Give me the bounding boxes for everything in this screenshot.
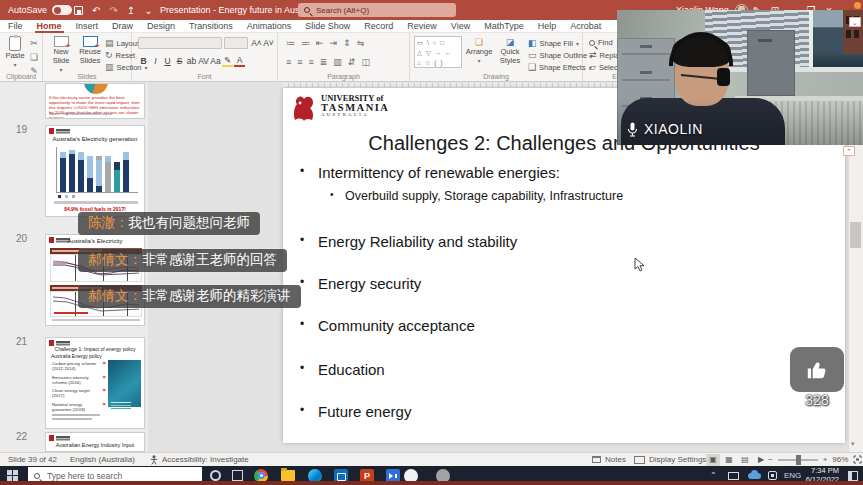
notes-button[interactable]: Notes <box>592 453 626 466</box>
columns-icon[interactable]: ▥ <box>333 57 342 67</box>
tab-insert[interactable]: Insert <box>76 21 99 31</box>
smartart-icon[interactable]: ◫ <box>361 57 370 67</box>
strikethrough-button[interactable]: S <box>174 56 185 66</box>
new-slide-icon <box>54 36 69 47</box>
font-name-box[interactable] <box>138 37 222 49</box>
align-left-icon[interactable]: ≡ <box>286 57 291 67</box>
collapse-chevron-icon[interactable]: ⌄ <box>849 17 861 27</box>
tab-slide-show[interactable]: Slide Show <box>305 21 350 31</box>
taskbar-search-input[interactable] <box>45 470 175 482</box>
accessibility-icon <box>150 455 158 465</box>
decrease-indent-icon[interactable]: ⇤ <box>316 38 324 48</box>
slide-thumbnail-20[interactable]: Australia's Electricity <box>45 234 145 326</box>
sub-bullet-overbuild[interactable]: Overbuild supply, Storage capability, In… <box>345 189 623 203</box>
tab-transitions[interactable]: Transitions <box>189 21 233 31</box>
new-slide-button[interactable]: New Slide▾ <box>46 36 76 74</box>
tab-mathtype[interactable]: MathType <box>484 21 524 31</box>
undo-icon[interactable]: ↶ <box>92 5 100 16</box>
zoom-level[interactable]: 96% <box>832 455 848 464</box>
align-right-icon[interactable]: ≡ <box>309 57 314 67</box>
numbering-icon[interactable]: ≕ <box>301 38 310 48</box>
highlight-color-icon[interactable]: ✎ <box>222 55 233 67</box>
tab-review[interactable]: Review <box>407 21 437 31</box>
arrange-button[interactable]: ❏ Arrange▾ <box>464 37 494 65</box>
qat-more-icon[interactable]: ⌄ <box>144 5 152 16</box>
scrollbar-thumb[interactable] <box>850 222 861 248</box>
tab-view[interactable]: View <box>451 21 470 31</box>
status-bar: Slide 39 of 42 English (Australia) Acces… <box>0 452 863 466</box>
file-explorer-icon <box>281 470 295 481</box>
reset-button[interactable]: ↻Reset <box>105 50 135 60</box>
text-shadow-button[interactable]: ab <box>186 56 197 66</box>
copy-icon[interactable]: ❏ <box>30 52 38 62</box>
bullet-intermittency[interactable]: Intermittency of renewable energies: <box>318 164 560 181</box>
slide-thumbnail-19[interactable]: Australia's Electricity generation 84.9%… <box>45 125 145 217</box>
font-size-box[interactable] <box>224 37 248 49</box>
change-case-icon[interactable]: Aa <box>210 56 221 66</box>
character-spacing-icon[interactable]: AV <box>198 56 209 66</box>
bullet-security[interactable]: Energy security <box>318 275 421 292</box>
shapes-gallery[interactable]: ▭ \ ○ □△ ▽ → ←⌂ ☆ ( ) <box>414 36 462 68</box>
group-font: A˄ A˅ B I U S ab AV Aa ✎ A Font <box>132 33 278 81</box>
slide-thumbnail-21[interactable]: Challenge 1: Impact of energy policy Aus… <box>45 337 145 429</box>
justify-icon[interactable]: ≣ <box>320 57 328 67</box>
find-button[interactable]: Find <box>589 38 613 47</box>
fit-to-window-icon[interactable] <box>853 455 862 464</box>
zoom-slider-knob[interactable] <box>796 455 801 465</box>
line-spacing-icon[interactable]: ⇕ <box>343 38 351 48</box>
search-input[interactable] <box>314 5 434 16</box>
underline-button[interactable]: U <box>162 56 173 66</box>
tab-acrobat[interactable]: Acrobat <box>570 21 601 31</box>
slide-number-indicator[interactable]: Slide 39 of 42 <box>8 453 57 466</box>
normal-view-icon[interactable]: ▣ <box>706 454 720 466</box>
scroll-down-icon[interactable]: ▾ <box>851 440 855 448</box>
reading-view-icon[interactable]: ▤ <box>738 454 752 466</box>
font-color-icon[interactable]: A <box>234 55 245 67</box>
tab-animations[interactable]: Animations <box>247 21 292 31</box>
bullet-community[interactable]: Community acceptance <box>318 317 475 334</box>
tab-draw[interactable]: Draw <box>112 21 133 31</box>
increase-font-icon[interactable]: A˄ <box>251 38 262 48</box>
paste-button[interactable]: Paste▾ <box>2 36 28 69</box>
slide-thumbnail-22[interactable]: Australian Energy Industry Input <box>45 432 145 452</box>
bullets-icon[interactable]: ≔ <box>286 38 295 48</box>
tab-record[interactable]: Record <box>364 21 393 31</box>
bullet-reliability[interactable]: Energy Reliability and stability <box>318 233 517 250</box>
bullet-education[interactable]: Education <box>318 361 385 378</box>
ribbon-search[interactable] <box>298 3 456 17</box>
shape-fill-button[interactable]: ◧ Shape Fill▾ <box>528 38 579 48</box>
reuse-slides-button[interactable]: Reuse Slides <box>75 36 105 65</box>
screen-share-border <box>0 481 863 485</box>
select-button[interactable]: ▱ Select <box>589 62 620 72</box>
slide-thumbnail-18[interactable]: If the electricity sector provides the b… <box>45 83 145 119</box>
webcam-video[interactable]: XIAOLIN <box>617 10 863 145</box>
bullet-future[interactable]: Future energy <box>318 403 411 420</box>
tab-design[interactable]: Design <box>147 21 175 31</box>
thumbs-up-button[interactable] <box>790 347 844 392</box>
tab-file[interactable]: File <box>8 21 23 31</box>
autosave-toggle[interactable] <box>52 5 72 15</box>
slide-sorter-icon[interactable]: ▦ <box>722 454 736 466</box>
present-icon[interactable]: ↥ <box>127 5 135 16</box>
accessibility-checker[interactable]: Accessibility: Investigate <box>150 453 249 466</box>
save-icon[interactable] <box>74 6 83 15</box>
display-settings-button[interactable]: Display Settings <box>634 453 706 466</box>
align-center-icon[interactable]: ≡ <box>297 57 302 67</box>
text-direction-icon[interactable]: ⇋ <box>357 38 365 48</box>
bold-button[interactable]: B <box>138 56 149 66</box>
decrease-font-icon[interactable]: A˅ <box>263 38 274 48</box>
tab-help[interactable]: Help <box>538 21 557 31</box>
cut-icon[interactable]: ✂ <box>30 38 38 48</box>
italic-button[interactable]: I <box>150 56 161 66</box>
tab-home[interactable]: Home <box>37 21 62 31</box>
zoom-out-icon[interactable]: − <box>768 455 773 464</box>
thumb21-subtitle: Australia Energy policy <box>51 353 102 359</box>
zoom-in-icon[interactable]: + <box>823 455 828 464</box>
increase-indent-icon[interactable]: ⇥ <box>330 38 338 48</box>
quick-styles-button[interactable]: ◪ Quick Styles <box>494 37 526 65</box>
align-text-icon[interactable]: ⇵ <box>348 57 356 67</box>
language-indicator[interactable]: English (Australia) <box>70 453 135 466</box>
zoom-slider[interactable] <box>778 459 818 461</box>
scroll-up-chevron-icon[interactable]: ⌃ <box>843 146 855 156</box>
slideshow-icon[interactable]: ▶ <box>754 454 768 466</box>
